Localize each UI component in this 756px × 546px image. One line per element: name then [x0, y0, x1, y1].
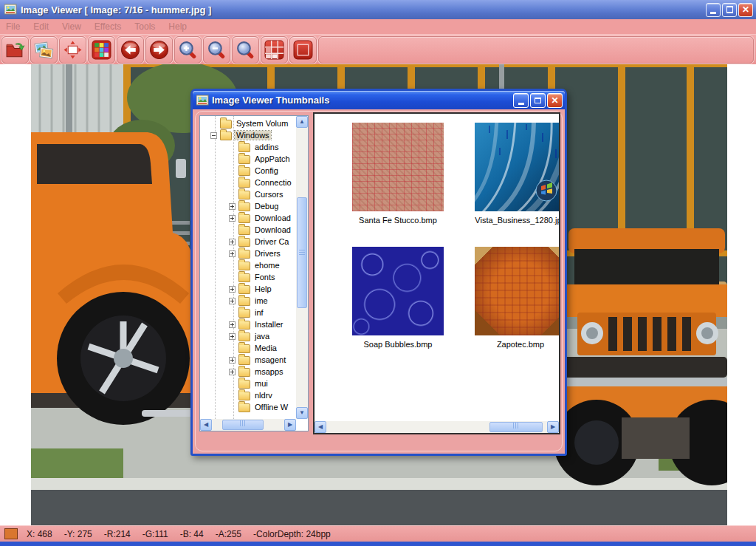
- tree-item-offline-w[interactable]: Offline W: [200, 401, 296, 413]
- browse-images-button[interactable]: [30, 36, 58, 64]
- folder-icon: [238, 297, 250, 306]
- expand-plus-icon[interactable]: [229, 298, 236, 304]
- thumbnail-label: Vista_Business_1280.jpg: [475, 216, 559, 225]
- close-button[interactable]: ✕: [738, 3, 753, 17]
- thumbnail-image[interactable]: [352, 123, 444, 211]
- tree-item-ime[interactable]: ime: [200, 295, 296, 307]
- tree-item-drivers[interactable]: Drivers: [200, 248, 296, 259]
- expand-plus-icon[interactable]: [229, 215, 236, 222]
- previous-image-button[interactable]: [117, 36, 144, 64]
- expand-plus-icon[interactable]: [229, 369, 236, 375]
- menu-help[interactable]: Help: [168, 21, 187, 32]
- tree-item-debug[interactable]: Debug: [200, 200, 296, 212]
- tree-hscroll-thumb[interactable]: [222, 420, 264, 430]
- dialog-minimize-button[interactable]: [513, 93, 529, 108]
- thumbnail-grid-icon: [92, 40, 111, 60]
- folder-open-icon: [5, 40, 25, 60]
- tree-item-java[interactable]: java: [200, 330, 296, 342]
- thumbnail-soap-bubbles[interactable]: Soap Bubbles.bmp: [337, 247, 459, 371]
- main-titlebar[interactable]: Image Viewer [ Image: 7/16 - hummer.jpg …: [0, 0, 756, 19]
- zoom-in-icon: [178, 40, 198, 60]
- status-a: -A:255: [216, 529, 241, 539]
- folder-icon: [238, 143, 250, 152]
- expand-plus-icon[interactable]: [229, 357, 236, 364]
- tree-item-msapps[interactable]: msapps: [200, 366, 296, 378]
- expand-plus-icon[interactable]: [229, 239, 236, 245]
- thumbnail-santa-fe-stucco[interactable]: Santa Fe Stucco.bmp: [337, 123, 459, 247]
- menu-edit[interactable]: Edit: [33, 21, 49, 32]
- expand-plus-icon[interactable]: [229, 321, 236, 328]
- folder-icon: [220, 120, 232, 129]
- tree-item-driver-ca[interactable]: Driver Ca: [200, 236, 296, 248]
- tree-item-label: java: [253, 332, 271, 341]
- close-icon: ✕: [551, 96, 558, 105]
- tree-item-msagent[interactable]: msagent: [200, 354, 296, 366]
- fit-to-window-button[interactable]: [59, 36, 86, 64]
- tree-item-installer[interactable]: Installer: [200, 318, 296, 330]
- folder-icon: [238, 202, 250, 211]
- expand-plus-icon[interactable]: [229, 203, 236, 210]
- folder-icon: [238, 226, 250, 235]
- tree-item-label: msapps: [253, 367, 285, 376]
- expand-plus-icon[interactable]: [229, 333, 236, 340]
- thumbnail-image[interactable]: [475, 247, 559, 335]
- tree-item-system-volum[interactable]: System Volum: [200, 117, 296, 129]
- menu-file[interactable]: File: [6, 21, 20, 32]
- thumbnail-vista-business[interactable]: Vista_Business_1280.jpg: [459, 123, 559, 247]
- tree-item-apppatch[interactable]: AppPatch: [200, 153, 296, 165]
- tree-item-label: nldrv: [253, 391, 274, 400]
- tree-item-download[interactable]: Download: [200, 224, 296, 236]
- dialog-close-button[interactable]: ✕: [547, 93, 563, 108]
- scroll-down-button[interactable]: ▼: [296, 407, 308, 419]
- tree-item-connectio[interactable]: Connectio: [200, 177, 296, 188]
- selection-button[interactable]: [289, 36, 317, 64]
- menu-tools[interactable]: Tools: [134, 21, 155, 32]
- scroll-left-button[interactable]: ◀: [315, 421, 326, 433]
- scroll-left-button[interactable]: ◀: [200, 419, 212, 431]
- tree-item-mui[interactable]: mui: [200, 378, 296, 389]
- tree-item-help[interactable]: Help: [200, 283, 296, 295]
- thumbnail-image[interactable]: [475, 123, 559, 211]
- tree-item-media[interactable]: Media: [200, 342, 296, 354]
- thumbs-hscroll-thumb[interactable]: [489, 422, 543, 432]
- thumbnail-label: Zapotec.bmp: [497, 340, 544, 349]
- minimize-button[interactable]: [706, 3, 721, 17]
- tile-view-button[interactable]: [261, 36, 288, 64]
- restore-button[interactable]: [722, 3, 737, 17]
- status-colordepth: -ColorDepth: 24bpp: [253, 529, 331, 539]
- tree-item-download[interactable]: Download: [200, 212, 296, 224]
- thumbnail-zapotec[interactable]: Zapotec.bmp: [459, 247, 559, 371]
- open-image-button[interactable]: [1, 36, 29, 64]
- tree-horizontal-scrollbar[interactable]: ◀ ▶: [200, 419, 296, 431]
- thumbnails-button[interactable]: [88, 36, 115, 64]
- zoom-out-button[interactable]: [203, 36, 230, 64]
- tree-item-windows[interactable]: Windows: [200, 129, 296, 141]
- tree-item-addins[interactable]: addins: [200, 141, 296, 153]
- tree-vertical-scrollbar[interactable]: ▲ ▼: [296, 116, 308, 419]
- tree-item-cursors[interactable]: Cursors: [200, 188, 296, 200]
- tree-item-inf[interactable]: inf: [200, 307, 296, 318]
- dialog-titlebar[interactable]: Image Viewer Thumbnails ✕: [193, 91, 565, 109]
- scroll-up-button[interactable]: ▲: [296, 116, 308, 128]
- thumbnail-image[interactable]: [352, 247, 444, 335]
- scroll-right-button[interactable]: ▶: [284, 419, 296, 431]
- expand-plus-icon[interactable]: [229, 286, 236, 293]
- tree-item-fonts[interactable]: Fonts: [200, 271, 296, 283]
- scroll-right-button[interactable]: ▶: [547, 421, 559, 433]
- thumbnails-horizontal-scrollbar[interactable]: ◀ ▶: [315, 421, 559, 433]
- tree-vscroll-thumb[interactable]: [297, 197, 307, 308]
- zoom-reset-button[interactable]: [232, 36, 259, 64]
- tree-item-label: Config: [253, 166, 280, 175]
- tree-item-nldrv[interactable]: nldrv: [200, 389, 296, 401]
- dialog-maximize-button[interactable]: [530, 93, 546, 108]
- menu-effects[interactable]: Effects: [94, 21, 121, 32]
- tree-item-config[interactable]: Config: [200, 165, 296, 177]
- thumbnail-label: Soap Bubbles.bmp: [364, 340, 433, 349]
- next-image-button[interactable]: [145, 36, 173, 64]
- tree-item-ehome[interactable]: ehome: [200, 259, 296, 271]
- tree-item-label: Connectio: [253, 178, 293, 187]
- expand-plus-icon[interactable]: [229, 250, 236, 257]
- collapse-minus-icon[interactable]: [210, 132, 217, 139]
- zoom-in-button[interactable]: [174, 36, 202, 64]
- menu-view[interactable]: View: [62, 21, 81, 32]
